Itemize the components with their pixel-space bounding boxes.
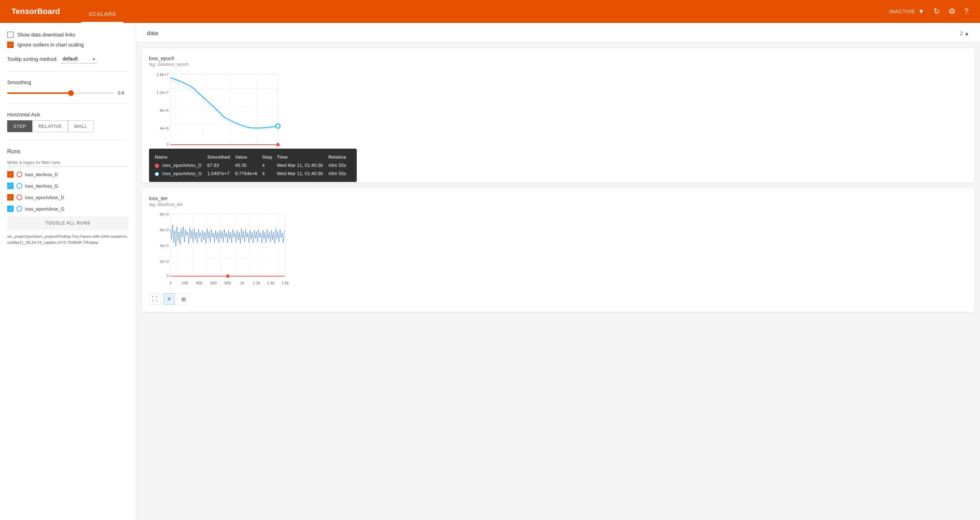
- count-arrow[interactable]: ▲: [964, 30, 969, 36]
- run-cb-loss-iter-g[interactable]: [7, 183, 14, 189]
- smoothing-slider-track[interactable]: [7, 92, 113, 94]
- tooltip-sort-wrapper[interactable]: default ascending descending: [61, 54, 97, 64]
- svg-text:800: 800: [224, 281, 231, 285]
- axis-step-btn[interactable]: STEP: [7, 120, 32, 132]
- svg-text:0: 0: [167, 274, 169, 278]
- tt-dot-red: [155, 164, 159, 168]
- header-nav: SCALARS: [81, 0, 123, 23]
- content-area: data 2 ▲ loss_epoch tag: data/loss_epoch: [136, 23, 980, 520]
- chart-tooltip-popup: Name Smoothed Value Step Time Relative: [149, 149, 357, 182]
- chart-loss-epoch-subtitle: tag: data/loss_epoch: [149, 62, 967, 67]
- run-item-loss-iter-d[interactable]: loss_iter/loss_D: [7, 170, 129, 178]
- run-label-loss-iter-g: loss_iter/loss_G: [25, 183, 58, 189]
- chart-svg-2[interactable]: 8e+3 6e+3 4e+3 2e+3 0 0 200 400 600 800 …: [149, 211, 292, 289]
- svg-text:4e+3: 4e+3: [160, 243, 169, 248]
- run-cb-loss-iter-d[interactable]: [7, 171, 14, 178]
- runs-section: Runs loss_iter/loss_D loss_iter/loss_G l…: [7, 148, 129, 245]
- chart-loss-epoch: loss_epoch tag: data/loss_epoch 1.6e+7 1…: [142, 48, 974, 183]
- tt-header-time: Time: [277, 153, 328, 161]
- tt-time-0: Wed Mar 11, 01:40:38: [277, 161, 328, 169]
- svg-text:0: 0: [169, 281, 172, 285]
- show-download-row[interactable]: Show data download links: [7, 32, 129, 38]
- chart-loss-iter-title: loss_iter: [149, 196, 967, 201]
- tt-name-0: loss_epoch/loss_D: [155, 161, 207, 169]
- tt-value-0: 40.35: [235, 161, 262, 169]
- axis-buttons: STEP RELATIVE WALL: [7, 120, 129, 132]
- ignore-outliers-row[interactable]: Ignore outliers in chart scaling: [7, 41, 129, 48]
- svg-point-13: [276, 143, 280, 146]
- header: TensorBoard SCALARS INACTIVE ▼ ↻ ⚙ ?: [0, 0, 980, 23]
- svg-text:400: 400: [196, 281, 202, 285]
- runs-title: Runs: [7, 148, 129, 155]
- chart-svg-container-2[interactable]: 8e+3 6e+3 4e+3 2e+3 0 0 200 400 600 800 …: [149, 211, 967, 291]
- smoothing-section: Smoothing 0.6: [7, 80, 129, 95]
- divider-2: [7, 103, 129, 104]
- tt-smoothed-1: 1.0497e+7: [207, 169, 235, 178]
- tt-relative-1: 43m 55s: [328, 169, 351, 178]
- tt-header-smoothed: Smoothed: [207, 153, 235, 161]
- tt-dot-blue: [155, 172, 159, 176]
- tt-smoothed-0: 67.83: [207, 161, 235, 169]
- sidebar: Show data download links Ignore outliers…: [0, 23, 136, 520]
- toggle-all-runs-button[interactable]: TOGGLE ALL RUNS: [7, 216, 129, 230]
- svg-point-32: [226, 274, 230, 278]
- lines-icon-2[interactable]: ≡: [163, 293, 175, 305]
- axis-wall-btn[interactable]: WALL: [68, 120, 94, 132]
- content-header: data 2 ▲: [136, 23, 980, 43]
- chart-2-toolbar: ⛶ ≡ ⊞: [149, 293, 967, 305]
- chart-loss-epoch-title: loss_epoch: [149, 56, 967, 61]
- chart-loss-iter: loss_iter tag: data/loss_iter 8e+3 6e+3 …: [142, 188, 974, 312]
- content-count: 2: [960, 30, 963, 36]
- svg-text:6e+3: 6e+3: [160, 228, 169, 232]
- status-dropdown[interactable]: INACTIVE ▼: [889, 8, 924, 15]
- gear-icon[interactable]: ⚙: [948, 7, 956, 16]
- run-dot-loss-epoch-d: [16, 194, 22, 200]
- run-label-loss-iter-d: loss_iter/loss_D: [25, 172, 58, 177]
- refresh-icon[interactable]: ↻: [934, 7, 940, 16]
- ignore-outliers-checkbox[interactable]: [7, 41, 14, 48]
- divider-3: [7, 140, 129, 140]
- run-item-loss-iter-g[interactable]: loss_iter/loss_G: [7, 182, 129, 190]
- help-icon[interactable]: ?: [964, 7, 969, 16]
- svg-rect-15: [170, 214, 285, 277]
- svg-text:200: 200: [181, 281, 188, 285]
- chart-svg-container-1[interactable]: 1.6e+7 1.2e+7 8e+6 4e+6 0 0 1 2 3 4: [149, 70, 967, 161]
- axis-relative-btn[interactable]: RELATIVE: [32, 120, 68, 132]
- status-label: INACTIVE: [889, 9, 915, 14]
- tt-header-value: Value: [235, 153, 262, 161]
- svg-text:1.2e+7: 1.2e+7: [156, 90, 169, 95]
- expand-icon-2[interactable]: ⛶: [149, 293, 161, 305]
- svg-text:1.4k: 1.4k: [267, 281, 275, 285]
- run-path: xin_project/pycharm_project/Finding-Tiny…: [7, 234, 129, 245]
- axis-title: Horizontal Axis: [7, 112, 129, 118]
- run-dot-loss-iter-d: [16, 172, 22, 177]
- svg-text:1.2k: 1.2k: [253, 281, 260, 285]
- tooltip-row-0: loss_epoch/loss_D 67.83 40.35 4 Wed Mar …: [155, 161, 351, 169]
- smoothing-value: 0.6: [118, 90, 129, 95]
- svg-text:8e+3: 8e+3: [160, 212, 169, 216]
- smoothing-title: Smoothing: [7, 80, 129, 85]
- run-item-loss-epoch-g[interactable]: loss_epoch/loss_G: [7, 205, 129, 213]
- tt-header-relative: Relative: [328, 153, 351, 161]
- run-cb-loss-epoch-g[interactable]: [7, 205, 14, 212]
- show-download-label: Show data download links: [17, 32, 75, 38]
- show-download-checkbox[interactable]: [7, 32, 14, 38]
- tooltip-sort-label: Tooltip sorting method:: [7, 56, 58, 62]
- run-item-loss-epoch-d[interactable]: loss_epoch/loss_D: [7, 193, 129, 201]
- runs-filter-input[interactable]: [7, 158, 129, 167]
- run-dot-loss-epoch-g: [16, 206, 22, 211]
- axis-section: Horizontal Axis STEP RELATIVE WALL: [7, 112, 129, 132]
- run-label-loss-epoch-g: loss_epoch/loss_G: [25, 206, 64, 211]
- svg-text:0: 0: [167, 142, 169, 146]
- tab-scalars[interactable]: SCALARS: [81, 11, 123, 23]
- svg-text:2e+3: 2e+3: [160, 259, 169, 264]
- tt-value-1: 9.7764e+6: [235, 169, 262, 178]
- run-cb-loss-epoch-d[interactable]: [7, 194, 14, 200]
- slider-thumb[interactable]: [68, 90, 74, 96]
- tooltip-sort-row: Tooltip sorting method: default ascendin…: [7, 54, 129, 64]
- scatter-icon-2[interactable]: ⊞: [178, 293, 189, 305]
- count-area: 2 ▲: [960, 30, 969, 36]
- chart-svg-1[interactable]: 1.6e+7 1.2e+7 8e+6 4e+6 0 0 1 2 3 4: [149, 70, 292, 160]
- tooltip-sort-select[interactable]: default ascending descending: [61, 54, 97, 64]
- header-right: INACTIVE ▼ ↻ ⚙ ?: [889, 7, 969, 16]
